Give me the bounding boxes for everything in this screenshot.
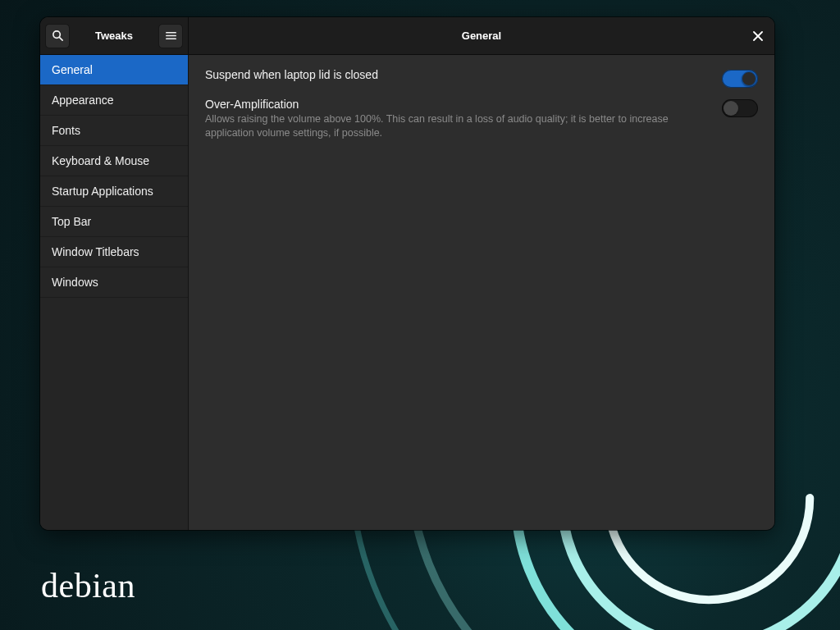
window-body: General Appearance Fonts Keyboard & Mous… — [40, 55, 774, 530]
close-button[interactable] — [748, 26, 768, 46]
headerbar: Tweaks General — [40, 17, 774, 55]
panel-title: General — [189, 30, 774, 42]
over-amplification-toggle[interactable] — [722, 99, 758, 117]
sidebar-item-window-titlebars[interactable]: Window Titlebars — [40, 237, 188, 267]
sidebar-item-label: Window Titlebars — [52, 245, 139, 258]
toggle-knob — [742, 71, 756, 86]
app-title: Tweaks — [73, 30, 155, 42]
distro-logo-text: debian — [41, 566, 135, 605]
sidebar-item-label: Fonts — [52, 124, 80, 137]
setting-label: Suspend when laptop lid is closed — [205, 68, 709, 81]
sidebar-item-label: Keyboard & Mouse — [52, 154, 149, 167]
tweaks-window: Tweaks General General Appearance — [40, 17, 774, 530]
setting-text: Suspend when laptop lid is closed — [205, 68, 709, 81]
sidebar-item-fonts[interactable]: Fonts — [40, 116, 188, 146]
sidebar-item-label: Windows — [52, 276, 98, 289]
sidebar-item-label: Startup Applications — [52, 185, 153, 198]
sidebar-item-label: General — [52, 63, 93, 76]
headerbar-right: General — [189, 17, 774, 54]
sidebar-item-label: Appearance — [52, 94, 114, 107]
sidebar-item-label: Top Bar — [52, 215, 91, 228]
headerbar-left: Tweaks — [40, 17, 189, 54]
sidebar-item-appearance[interactable]: Appearance — [40, 85, 188, 116]
toggle-knob — [724, 101, 738, 116]
sidebar-item-general[interactable]: General — [40, 55, 188, 85]
sidebar-item-keyboard-mouse[interactable]: Keyboard & Mouse — [40, 146, 188, 176]
setting-label: Over-Amplification — [205, 98, 709, 111]
sidebar-item-top-bar[interactable]: Top Bar — [40, 207, 188, 237]
close-icon — [753, 31, 763, 41]
search-button[interactable] — [45, 24, 70, 48]
hamburger-icon — [165, 30, 177, 42]
svg-line-6 — [59, 38, 62, 41]
menu-button[interactable] — [158, 24, 183, 48]
content-panel: Suspend when laptop lid is closed Over-A… — [189, 55, 774, 530]
suspend-lid-toggle[interactable] — [722, 70, 758, 88]
setting-row-over-amplification: Over-Amplification Allows raising the vo… — [205, 96, 758, 142]
search-icon — [52, 30, 64, 42]
sidebar-item-startup-applications[interactable]: Startup Applications — [40, 176, 188, 207]
setting-text: Over-Amplification Allows raising the vo… — [205, 98, 709, 140]
setting-description: Allows raising the volume above 100%. Th… — [205, 112, 709, 140]
sidebar-item-windows[interactable]: Windows — [40, 267, 188, 298]
sidebar: General Appearance Fonts Keyboard & Mous… — [40, 55, 189, 530]
setting-row-suspend-lid: Suspend when laptop lid is closed — [205, 66, 758, 89]
